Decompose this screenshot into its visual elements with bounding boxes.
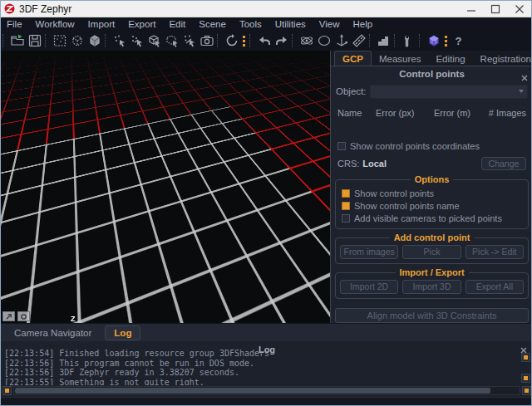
chevron-down-icon xyxy=(519,90,524,93)
menu-import[interactable]: Import xyxy=(81,19,122,29)
toolbar-separator xyxy=(419,34,423,47)
object-select[interactable] xyxy=(370,85,528,99)
scroll-arrow-icon xyxy=(525,389,529,393)
redo-button[interactable] xyxy=(273,32,290,50)
log-horizontal-scrollbar[interactable] xyxy=(2,385,531,395)
minimize-button[interactable] xyxy=(459,1,483,17)
maximize-button[interactable] xyxy=(483,1,507,17)
control-points-table-header: Name Error (px) Error (m) # Images xyxy=(337,108,526,118)
open-project-button[interactable] xyxy=(8,32,26,50)
transform-gizmo-icon xyxy=(334,33,349,48)
redo-icon xyxy=(274,33,289,48)
menu-edit[interactable]: Edit xyxy=(162,19,192,29)
viewport-corner-button-1[interactable] xyxy=(2,311,15,321)
tab-gcp[interactable]: GCP xyxy=(334,51,372,66)
export-all-button[interactable]: Export All xyxy=(466,280,524,294)
tab-camera-navigator[interactable]: Camera Navigator xyxy=(6,326,100,340)
scroll-down-button[interactable] xyxy=(521,374,530,383)
sparse-point-cloud-button[interactable] xyxy=(68,32,86,50)
viewport-3d[interactable]: Z Y X xyxy=(1,51,331,323)
show-coordinates-label: Show control points coordinates xyxy=(350,141,480,151)
viewport-corner-button-2[interactable] xyxy=(17,311,30,321)
menu-tools[interactable]: Tools xyxy=(233,19,268,29)
menu-file[interactable]: File xyxy=(1,19,29,29)
masquerade-button[interactable] xyxy=(425,32,442,50)
pick-edit-button[interactable]: Pick -> Edit xyxy=(466,245,524,259)
toolbar-separator xyxy=(394,34,398,47)
orbit-button[interactable] xyxy=(298,32,315,50)
app-logo-icon xyxy=(4,3,15,14)
column-name: Name xyxy=(337,108,376,118)
close-button[interactable] xyxy=(507,1,531,17)
histogram-button[interactable] xyxy=(375,32,392,50)
select-lasso-button[interactable] xyxy=(163,32,180,50)
refresh-button[interactable] xyxy=(223,32,240,50)
control-points-list[interactable] xyxy=(331,118,532,139)
tab-editing[interactable]: Editing xyxy=(428,51,472,66)
red-grid-region xyxy=(1,51,331,278)
wrench-icon xyxy=(401,33,416,48)
mesh-button[interactable] xyxy=(86,32,103,50)
scrollbar-track[interactable] xyxy=(13,386,520,395)
scroll-right-button[interactable] xyxy=(522,386,531,395)
show-control-points-checkbox[interactable] xyxy=(342,189,350,198)
deselect-points-button[interactable] xyxy=(180,32,198,50)
add-control-point-group: Add control point From images Pick Pick … xyxy=(335,237,529,264)
import-2d-button[interactable]: Import 2D xyxy=(340,280,398,294)
menu-export[interactable]: Export xyxy=(121,19,162,29)
select-images-button[interactable] xyxy=(51,32,68,50)
select-box-button[interactable] xyxy=(145,32,163,50)
help-button[interactable]: ? xyxy=(450,32,467,50)
panel-close-button[interactable] xyxy=(521,70,528,85)
import-export-group: Import / Export Import 2D Import 3D Expo… xyxy=(335,272,529,299)
show-control-points-name-checkbox[interactable] xyxy=(342,202,350,210)
menu-scene[interactable]: Scene xyxy=(192,19,233,29)
scroll-left-button[interactable] xyxy=(2,386,12,395)
object-row: Object: xyxy=(336,84,528,100)
measure-button[interactable] xyxy=(350,32,367,50)
show-coordinates-checkbox[interactable] xyxy=(337,142,346,150)
pick-points-button[interactable] xyxy=(111,32,128,50)
select-images-icon xyxy=(52,33,67,48)
menu-help[interactable]: Help xyxy=(347,19,380,29)
log-vertical-scrollbar[interactable] xyxy=(521,353,531,383)
object-dropdown-button[interactable] xyxy=(515,86,527,98)
options-group: Options Show control points Show control… xyxy=(335,179,529,229)
control-points-header: Control points xyxy=(331,68,532,80)
scrollbar-thumb[interactable] xyxy=(15,388,490,394)
import-3d-button[interactable]: Import 3D xyxy=(402,280,461,294)
scroll-up-button[interactable] xyxy=(521,353,530,362)
ground-grid xyxy=(1,51,331,166)
pick-button[interactable]: Pick xyxy=(402,245,461,259)
circle-select-button[interactable] xyxy=(315,32,332,50)
menu-workflow[interactable]: Workflow xyxy=(29,19,81,29)
axis-gizmo: Z Y X xyxy=(56,313,106,323)
log-line: [22:13:56] 3DF Zephyr ready in 3.38207 s… xyxy=(4,368,518,378)
menu-utilities[interactable]: Utilities xyxy=(268,19,313,29)
change-crs-button[interactable]: Change xyxy=(481,157,526,170)
pick-points-drag-button[interactable] xyxy=(128,32,145,50)
align-model-button[interactable]: Align model with 3D Constraints xyxy=(335,308,529,323)
log-panel: Log [22:13:54] Finished loading resource… xyxy=(1,341,532,397)
add-visible-cameras-checkbox[interactable] xyxy=(342,214,350,223)
camera-button[interactable] xyxy=(198,32,215,50)
tab-registration[interactable]: Registration xyxy=(473,51,532,66)
transform-gizmo-button[interactable] xyxy=(332,32,350,50)
toolbar-separator xyxy=(45,34,49,47)
tab-log[interactable]: Log xyxy=(105,325,140,340)
undo-button[interactable] xyxy=(255,32,273,50)
settings-wrench-button[interactable] xyxy=(400,32,417,50)
save-project-button[interactable] xyxy=(26,32,43,50)
from-images-button[interactable]: From images xyxy=(340,245,398,259)
log-lines[interactable]: [22:13:54] Finished loading resource gro… xyxy=(4,349,518,385)
control-points-title: Control points xyxy=(399,69,465,79)
log-line: [22:13:56] This program cannot be run in… xyxy=(4,359,518,369)
save-icon xyxy=(27,33,42,48)
select-box-icon xyxy=(147,33,162,48)
app-window: 3DF Zephyr File Workflow Import Export E… xyxy=(0,0,532,406)
menu-bar: File Workflow Import Export Edit Scene T… xyxy=(1,17,531,31)
menu-view[interactable]: View xyxy=(313,19,347,29)
tab-measures[interactable]: Measures xyxy=(372,51,429,66)
option-row: Show control points name xyxy=(342,200,522,212)
bottom-tab-bar: Camera Navigator Log xyxy=(1,323,532,341)
